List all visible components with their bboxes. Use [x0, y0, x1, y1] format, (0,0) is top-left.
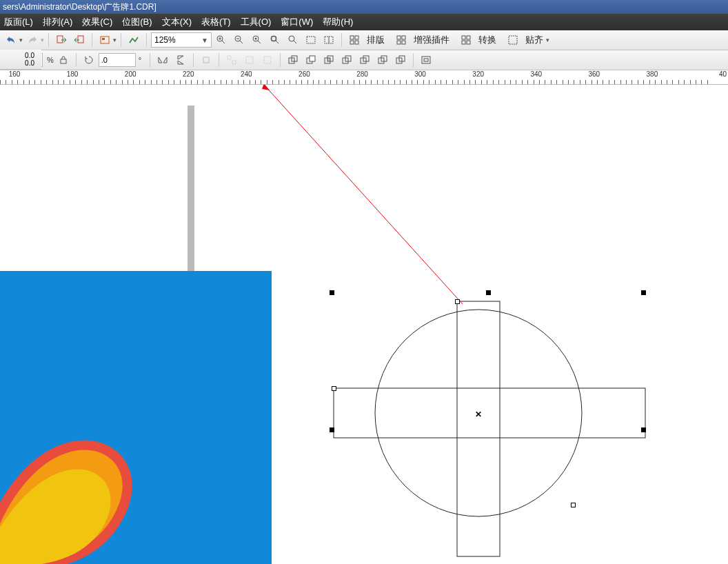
intersect-button[interactable] [321, 52, 337, 68]
ruler-tick [354, 80, 354, 84]
svg-rect-17 [397, 36, 401, 39]
menu-table[interactable]: 表格(T) [201, 16, 231, 28]
lock-ratio-button[interactable] [55, 52, 72, 68]
align-button-1[interactable] [223, 52, 240, 68]
ruler-label: 320 [472, 70, 484, 78]
selection-handle-e[interactable] [641, 427, 646, 432]
plugin-launcher-icon[interactable] [393, 32, 410, 48]
layout-launcher-icon[interactable] [346, 32, 363, 48]
svg-rect-26 [61, 59, 66, 63]
menu-layout[interactable]: 版面(L) [4, 16, 33, 28]
mirror-v-button[interactable] [172, 52, 189, 68]
drawing-canvas[interactable]: ✕ [0, 85, 728, 564]
undo-button[interactable] [3, 32, 19, 48]
menu-tools[interactable]: 工具(O) [241, 16, 272, 28]
selection-handle-nw[interactable] [330, 290, 334, 295]
ruler-tick [690, 80, 691, 84]
front-minus-back-button[interactable] [356, 52, 373, 68]
ruler-tick [626, 80, 627, 84]
separator [193, 53, 194, 67]
ruler-tick [336, 80, 337, 84]
ruler-tick [318, 80, 319, 84]
node-square-3[interactable] [571, 503, 576, 507]
rotation-angle-input[interactable]: .0 [99, 53, 136, 67]
convert-launcher-icon[interactable] [458, 32, 474, 48]
dropdown-icon[interactable]: ▾ [113, 37, 117, 43]
layout-group-label[interactable]: 排版 [367, 34, 385, 46]
simplify-button[interactable] [338, 52, 355, 68]
ruler-tick [185, 80, 186, 84]
app-launcher-button[interactable] [97, 32, 113, 48]
ruler-tick [522, 80, 523, 84]
node-square-2[interactable] [332, 386, 336, 391]
zoom-selection-button[interactable] [249, 32, 265, 48]
ruler-tick [394, 80, 395, 84]
zoom-height-button[interactable] [321, 32, 337, 48]
welcome-screen-button[interactable] [125, 32, 142, 48]
zoom-out-button[interactable] [231, 32, 247, 48]
menu-help[interactable]: 帮助(H) [323, 16, 353, 28]
align-button-3[interactable] [259, 52, 276, 68]
selection-handle-w[interactable] [330, 427, 334, 432]
percent-label: % [47, 56, 54, 64]
ruler-tick [81, 80, 82, 84]
zoom-in-button[interactable] [213, 32, 230, 48]
svg-rect-48 [424, 59, 428, 61]
snap-group-label[interactable]: 贴齐 [525, 34, 543, 46]
ruler-tick [261, 80, 261, 84]
ruler-tick [696, 80, 696, 84]
ruler-label: 240 [241, 70, 252, 78]
to-front-button[interactable] [198, 52, 214, 68]
svg-rect-38 [327, 58, 330, 61]
menu-text[interactable]: 文本(X) [162, 16, 192, 28]
ruler-tick [12, 80, 12, 84]
menu-bitmaps[interactable]: 位图(B) [122, 16, 152, 28]
trim-button[interactable] [303, 52, 319, 68]
snap-launcher-icon[interactable] [505, 32, 521, 48]
shape-rect-vertical[interactable] [457, 301, 500, 556]
zoom-width-button[interactable] [303, 32, 319, 48]
ruler-tick [498, 80, 499, 84]
dropdown-icon[interactable]: ▾ [546, 37, 549, 43]
separator [219, 53, 219, 67]
boundary-button[interactable] [392, 52, 409, 68]
zoom-page-button[interactable] [285, 32, 301, 48]
horizontal-ruler[interactable]: 40 160180200220240260280300320340360380 [0, 70, 728, 85]
zoom-all-button[interactable] [267, 32, 283, 48]
node-square-1[interactable] [455, 299, 460, 304]
mirror-h-button[interactable] [154, 52, 171, 68]
zoom-level-combo[interactable]: 125% ▼ [151, 32, 212, 48]
menu-window[interactable]: 窗口(W) [281, 16, 313, 28]
ruler-tick [63, 80, 64, 84]
ruler-tick [174, 80, 174, 84]
ruler-tick [232, 80, 232, 84]
create-boundary-button[interactable] [418, 52, 434, 68]
ruler-tick [214, 80, 215, 84]
align-button-2[interactable] [241, 52, 258, 68]
svg-rect-47 [422, 57, 430, 63]
menu-arrange[interactable]: 排列(A) [43, 16, 72, 28]
weld-button[interactable] [285, 52, 301, 68]
convert-group-label[interactable]: 转换 [478, 34, 496, 46]
export-button[interactable] [71, 32, 88, 48]
redo-button[interactable] [24, 32, 41, 48]
scale-y-a[interactable]: 0.0 [0, 52, 41, 59]
dropdown-icon[interactable]: ▾ [19, 37, 23, 43]
ruler-tick [545, 80, 545, 84]
ruler-tick [365, 80, 366, 84]
import-button[interactable] [53, 32, 70, 48]
selection-handle-ne[interactable] [641, 290, 646, 295]
menu-effects[interactable]: 效果(C) [82, 16, 112, 28]
selection-handle-n[interactable] [486, 290, 491, 295]
scale-y-b[interactable]: 0.0 [0, 59, 41, 67]
ruler-tick [128, 80, 128, 84]
plugin-group-label[interactable]: 增强插件 [414, 34, 449, 46]
svg-rect-13 [350, 36, 354, 39]
ruler-tick [296, 80, 296, 84]
ruler-label: 220 [183, 70, 194, 78]
separator [413, 53, 414, 67]
back-minus-front-button[interactable] [374, 52, 391, 68]
ruler-tick [301, 80, 302, 84]
ruler-tick [516, 80, 516, 84]
shape-rect-horizontal[interactable] [334, 388, 645, 438]
